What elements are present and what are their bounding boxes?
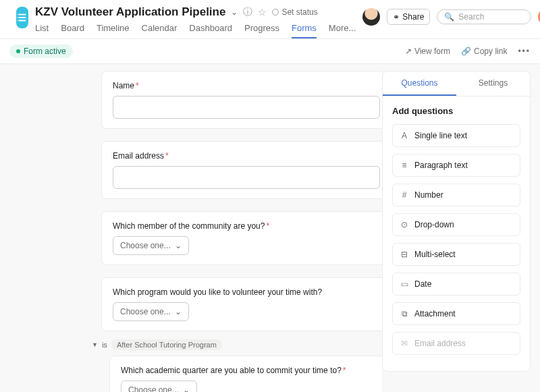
qtype-label: Date xyxy=(414,279,431,289)
paragraph-icon: ≡ xyxy=(400,161,409,170)
people-icon: ⚭ xyxy=(393,12,400,22)
tab-progress[interactable]: Progress xyxy=(244,23,279,38)
select-dropdown[interactable]: Choose one...⌄ xyxy=(113,236,189,255)
questions-panel: Questions Settings Add questions ASingle… xyxy=(382,71,531,372)
qtype-email: ✉Email address xyxy=(392,332,520,355)
external-icon: ↗ xyxy=(405,47,412,56)
branch-condition[interactable]: ▼ is After School Tutoring Program xyxy=(92,339,362,350)
project-icon xyxy=(16,7,28,28)
tab-calendar[interactable]: Calendar xyxy=(142,23,178,38)
field-card[interactable]: Which member of the community are you?* … xyxy=(101,211,382,265)
qtype-dropdown[interactable]: ⊙Drop-down xyxy=(392,213,520,236)
tab-timeline[interactable]: Timeline xyxy=(97,23,130,38)
svg-point-4 xyxy=(18,17,19,18)
page-title: KZV Volunteer Application Pipeline xyxy=(35,5,225,19)
field-label: Which program would you like to voluntee… xyxy=(113,287,322,297)
qtype-paragraph[interactable]: ≡Paragraph text xyxy=(392,154,520,177)
chevron-down-icon[interactable]: ⌄ xyxy=(231,7,238,17)
link-icon: 🔗 xyxy=(461,47,471,56)
field-label: Which academic quarter are you able to c… xyxy=(121,366,342,375)
qtype-label: Drop-down xyxy=(414,220,454,229)
add-questions-heading: Add questions xyxy=(392,106,520,116)
select-placeholder: Choose one... xyxy=(128,385,179,392)
field-label: Name xyxy=(113,81,134,90)
required-icon: * xyxy=(136,81,139,90)
required-icon: * xyxy=(343,366,346,375)
qtype-attachment[interactable]: ⧉Attachment xyxy=(392,302,520,325)
tab-dashboard[interactable]: Dashboard xyxy=(189,23,232,38)
share-button[interactable]: ⚭Share xyxy=(387,9,430,25)
attachment-icon: ⧉ xyxy=(400,309,409,318)
field-card[interactable]: Which academic quarter are you able to c… xyxy=(109,356,382,392)
select-dropdown[interactable]: Choose one...⌄ xyxy=(121,381,197,392)
tab-more[interactable]: More... xyxy=(329,23,356,38)
view-form-label: View form xyxy=(414,47,450,56)
qtype-label: Single line text xyxy=(414,131,467,140)
branch-prefix: is xyxy=(102,341,107,349)
search-icon: 🔍 xyxy=(444,12,454,22)
field-card[interactable]: Name* xyxy=(101,71,382,129)
text-icon: A xyxy=(400,131,409,140)
tab-list[interactable]: List xyxy=(35,23,49,38)
share-label: Share xyxy=(402,12,424,22)
qtype-label: Multi-select xyxy=(414,250,456,259)
member-avatar[interactable] xyxy=(362,8,380,26)
side-tab-questions[interactable]: Questions xyxy=(383,72,456,96)
svg-point-3 xyxy=(18,14,19,16)
search-placeholder: Search xyxy=(458,12,484,22)
qtype-label: Attachment xyxy=(414,309,456,318)
text-input[interactable] xyxy=(113,166,380,189)
multiselect-icon: ⊟ xyxy=(400,250,409,259)
search-input[interactable]: 🔍Search xyxy=(437,9,531,24)
qtype-multiselect[interactable]: ⊟Multi-select xyxy=(392,243,520,266)
text-input[interactable] xyxy=(113,96,380,119)
project-tabs: List Board Timeline Calendar Dashboard P… xyxy=(35,23,356,38)
dropdown-icon: ⊙ xyxy=(400,220,409,229)
chevron-down-icon: ⌄ xyxy=(175,307,182,316)
more-actions-button[interactable]: ••• xyxy=(518,47,531,56)
field-label: Email address xyxy=(113,151,164,161)
email-icon: ✉ xyxy=(400,339,409,348)
collapse-icon[interactable]: ▼ xyxy=(92,341,98,348)
select-placeholder: Choose one... xyxy=(120,307,171,316)
qtype-label: Email address xyxy=(414,339,466,348)
side-tab-settings[interactable]: Settings xyxy=(456,72,530,96)
field-label: Which member of the community are you? xyxy=(113,221,265,231)
form-active-pill[interactable]: Form active xyxy=(9,45,73,58)
date-icon: ▭ xyxy=(400,279,409,289)
chevron-down-icon: ⌄ xyxy=(175,241,182,250)
select-dropdown[interactable]: Choose one...⌄ xyxy=(113,302,189,321)
copy-link-button[interactable]: 🔗Copy link xyxy=(461,47,507,56)
set-status-button[interactable]: Set status xyxy=(272,7,317,17)
qtype-number[interactable]: #Number xyxy=(392,184,520,206)
copy-link-label: Copy link xyxy=(474,47,507,56)
form-active-label: Form active xyxy=(24,47,66,56)
info-icon[interactable]: ⓘ xyxy=(243,6,252,18)
view-form-button[interactable]: ↗View form xyxy=(405,47,450,56)
field-card[interactable]: Email address* xyxy=(101,141,382,199)
required-icon: * xyxy=(165,151,169,161)
svg-point-5 xyxy=(18,20,19,22)
star-icon[interactable]: ☆ xyxy=(258,7,267,18)
required-icon: * xyxy=(266,221,269,231)
qtype-single-line[interactable]: ASingle line text xyxy=(392,124,520,147)
qtype-label: Number xyxy=(414,190,443,200)
branch-chip: After School Tutoring Program xyxy=(111,339,222,350)
qtype-label: Paragraph text xyxy=(414,161,468,170)
active-dot-icon xyxy=(16,49,20,53)
tab-forms[interactable]: Forms xyxy=(292,23,317,38)
number-icon: # xyxy=(400,190,409,200)
qtype-date[interactable]: ▭Date xyxy=(392,273,520,296)
status-label: Set status xyxy=(281,7,317,17)
field-card[interactable]: Which program would you like to voluntee… xyxy=(101,277,382,331)
chevron-down-icon: ⌄ xyxy=(183,385,190,392)
tab-board[interactable]: Board xyxy=(61,23,84,38)
select-placeholder: Choose one... xyxy=(120,241,171,250)
